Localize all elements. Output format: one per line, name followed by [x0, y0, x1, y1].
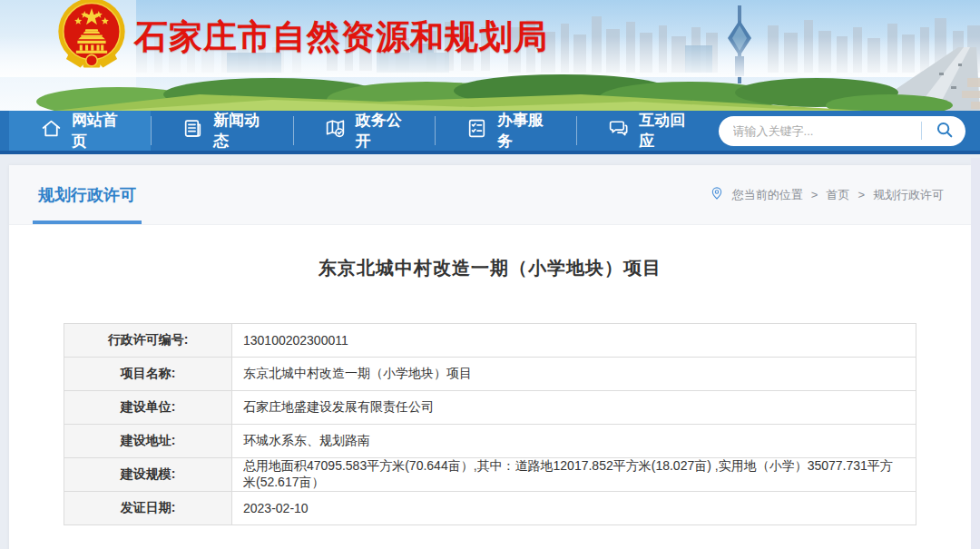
breadcrumb-separator: > — [811, 188, 818, 201]
row-label: 建设地址: — [64, 425, 232, 458]
breadcrumb-home-link[interactable]: 首页 — [826, 187, 849, 203]
table-row: 项目名称: 东京北城中村改造一期（小学地块）项目 — [64, 358, 916, 391]
row-label: 发证日期: — [64, 492, 232, 525]
nav-item-services[interactable]: 办事服务 — [435, 111, 576, 151]
row-label: 行政许可编号: — [64, 324, 232, 358]
breadcrumb-bar: 规划行政许可 您当前的位置 > 首页 > 规划行政许可 — [9, 165, 971, 225]
breadcrumb-separator: > — [858, 188, 865, 201]
project-title: 东京北城中村改造一期（小学地块）项目 — [9, 256, 971, 280]
nav-item-gov-info[interactable]: 政务公开 — [293, 111, 435, 151]
breadcrumb: 您当前的位置 > 首页 > 规划行政许可 — [710, 186, 944, 203]
content-panel: 规划行政许可 您当前的位置 > 首页 > 规划行政许可 东京北城中村改造一期（小… — [9, 165, 971, 549]
article-content: 东京北城中村改造一期（小学地块）项目 行政许可编号: 1301002023000… — [9, 225, 971, 525]
nav-items: 网站首页 新闻动态 政务公开 — [0, 111, 719, 151]
site-title: 石家庄市自然资源和规划局 — [134, 15, 548, 60]
search-input[interactable] — [733, 124, 921, 138]
row-value: 环城水系东、规划路南 — [232, 425, 916, 458]
open-map-check-icon — [324, 117, 347, 144]
national-emblem — [56, 0, 127, 69]
permit-info-table: 行政许可编号: 130100202300011 项目名称: 东京北城中村改造一期… — [64, 323, 916, 525]
row-label: 建设单位: — [64, 391, 232, 425]
nav-item-home[interactable]: 网站首页 — [9, 111, 151, 151]
scrollbar-track[interactable] — [971, 158, 980, 549]
row-value: 石家庄地盛建设发展有限责任公司 — [232, 391, 916, 425]
search-divider — [921, 122, 922, 140]
main-nav: 网站首页 新闻动态 政务公开 — [0, 111, 980, 154]
home-icon — [40, 117, 63, 144]
tab-planning-permits[interactable]: 规划行政许可 — [38, 165, 136, 224]
table-row: 建设单位: 石家庄地盛建设发展有限责任公司 — [64, 391, 916, 425]
site-header: 石家庄市自然资源和规划局 — [0, 0, 980, 111]
nav-item-news[interactable]: 新闻动态 — [151, 111, 292, 151]
table-row: 发证日期: 2023-02-10 — [64, 492, 916, 525]
nav-item-interaction[interactable]: 互动回应 — [576, 111, 718, 151]
search-box — [719, 116, 965, 146]
location-pin-icon — [710, 186, 724, 203]
section-tab-label: 规划行政许可 — [38, 184, 136, 206]
breadcrumb-current[interactable]: 规划行政许可 — [873, 187, 944, 203]
nav-label: 网站首页 — [72, 110, 120, 152]
breadcrumb-location-label: 您当前的位置 — [732, 187, 803, 203]
chat-bubbles-icon — [607, 117, 630, 144]
row-label: 建设规模: — [64, 458, 232, 492]
nav-label: 互动回应 — [639, 110, 687, 152]
table-row: 建设规模: 总用地面积47095.583平方米(70.644亩）,其中：道路地1… — [64, 458, 916, 492]
row-value: 130100202300011 — [232, 324, 916, 358]
row-value: 总用地面积47095.583平方米(70.644亩）,其中：道路地12017.8… — [232, 458, 916, 492]
table-row: 建设地址: 环城水系东、规划路南 — [64, 425, 916, 458]
news-icon — [181, 117, 204, 144]
nav-label: 政务公开 — [356, 110, 404, 152]
row-label: 项目名称: — [64, 358, 232, 391]
checklist-icon — [466, 117, 488, 144]
nav-label: 新闻动态 — [213, 110, 261, 152]
table-row: 行政许可编号: 130100202300011 — [64, 324, 916, 358]
row-value: 东京北城中村改造一期（小学地块）项目 — [232, 358, 916, 391]
search-icon — [935, 120, 955, 142]
search-button[interactable] — [929, 118, 960, 143]
row-value: 2023-02-10 — [232, 492, 916, 525]
page-gap — [0, 154, 980, 165]
nav-label: 办事服务 — [497, 110, 545, 152]
